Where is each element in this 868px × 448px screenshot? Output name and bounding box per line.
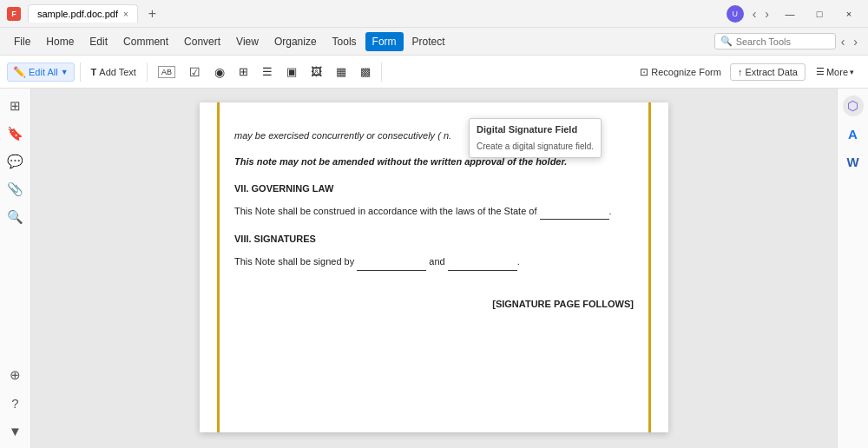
sidebar-right: ⬡ A W (837, 89, 868, 448)
extract-data-button[interactable]: ↑ Extract Data (730, 63, 806, 81)
tooltip-title: Digital Signature Field (477, 122, 594, 138)
extract-label: Extract Data (745, 67, 798, 77)
avatar: U (727, 5, 744, 23)
menu-file[interactable]: File (7, 32, 37, 51)
edit-all-label: Edit All (29, 67, 58, 77)
button-field-button[interactable]: ▣ (281, 63, 302, 81)
sidebar-word-button[interactable]: W (843, 151, 864, 172)
menu-comment[interactable]: Comment (116, 32, 175, 51)
list-box-button[interactable]: ☰ (257, 63, 278, 81)
menu-tools[interactable]: Tools (326, 32, 364, 51)
titlebar-left: F sample.pdf.doc.pdf × + (7, 4, 160, 23)
intro-text: may be exercised concurrently or consecu… (234, 130, 441, 141)
main-area: ⊞ 🔖 💬 📎 🔍 ⊕ ? ▼ may be exercised concurr… (0, 89, 868, 448)
signature-icon: ▩ (360, 65, 371, 78)
state-blank (540, 204, 609, 221)
add-text-button[interactable]: T Add Text (86, 64, 141, 80)
section8-title: VIII. SIGNATURES (234, 232, 634, 247)
sidebar-ai-connect-button[interactable]: ⬡ (843, 96, 864, 116)
menu-convert[interactable]: Convert (177, 32, 227, 51)
date-icon: ▦ (336, 65, 346, 78)
combo-icon: ⊞ (239, 65, 248, 78)
sidebar-layers-button[interactable]: ⊕ (5, 365, 26, 385)
page-border-right (648, 102, 651, 432)
toolbar: ✏️ Edit All ▼ T Add Text AB ☑ ◉ ⊞ ☰ ▣ 🖼 … (0, 56, 868, 89)
close-button[interactable]: × (837, 5, 861, 23)
sidebar-bookmark-button[interactable]: 🔖 (5, 123, 26, 144)
sidebar-bottom-button[interactable]: ▼ (5, 420, 26, 441)
page-border-left (217, 102, 220, 432)
add-text-label: Add Text (99, 67, 136, 77)
recognize-form-button[interactable]: ⊡ Recognize Form (635, 63, 727, 81)
separator-3 (381, 63, 382, 82)
tab-title: sample.pdf.doc.pdf (37, 9, 118, 19)
recognize-icon: ⊡ (640, 66, 648, 78)
list-icon: ☰ (262, 65, 273, 78)
separator-1 (80, 63, 81, 82)
maximize-button[interactable]: □ (807, 5, 832, 23)
sidebar-search-button[interactable]: 🔍 (5, 207, 26, 227)
sidebar-ai-button[interactable]: A (843, 123, 864, 144)
section8-text: This Note shall be signed by and . (234, 254, 634, 271)
edit-icon: ✏️ (13, 66, 26, 78)
signature-follows: [SIGNATURE PAGE FOLLOWS] (234, 297, 634, 313)
menu-back[interactable]: ‹ (838, 33, 849, 50)
forward-arrow[interactable]: › (761, 5, 773, 23)
menu-view[interactable]: View (229, 32, 266, 51)
more-icon: ☰ (816, 66, 825, 77)
text-field-icon: AB (158, 66, 175, 78)
menu-edit[interactable]: Edit (82, 32, 115, 51)
search-input[interactable] (736, 36, 830, 47)
sig-blank-2 (448, 254, 517, 271)
section7-text: This Note shall be construed in accordan… (234, 204, 634, 221)
tab-close-button[interactable]: × (123, 10, 128, 19)
combo-box-button[interactable]: ⊞ (233, 63, 253, 81)
titlebar-right: U ‹ › — □ × (727, 5, 861, 23)
date-field-button[interactable]: ▦ (331, 63, 352, 81)
tooltip-description: Create a digital signature field. (477, 140, 594, 154)
extract-icon: ↑ (738, 67, 743, 77)
menu-protect[interactable]: Protect (405, 32, 452, 51)
search-box[interactable]: 🔍 (714, 33, 836, 49)
edit-all-button[interactable]: ✏️ Edit All ▼ (7, 63, 75, 82)
sidebar-attachment-button[interactable]: 📎 (5, 179, 26, 200)
menu-forward[interactable]: › (850, 33, 861, 50)
document-content: may be exercised concurrently or consecu… (234, 128, 634, 312)
titlebar: F sample.pdf.doc.pdf × + U ‹ › — □ × (0, 0, 868, 28)
back-arrow[interactable]: ‹ (749, 5, 760, 23)
section7-title: VII. GOVERNING LAW (234, 181, 634, 197)
menu-home[interactable]: Home (39, 32, 81, 51)
checkbox-icon: ☑ (189, 65, 201, 79)
sidebar-help-button[interactable]: ? (5, 392, 26, 413)
text-icon: T (91, 67, 97, 77)
menu-organize[interactable]: Organize (267, 32, 324, 51)
more-chevron-icon: ▾ (850, 68, 854, 76)
image-field-button[interactable]: 🖼 (306, 63, 327, 81)
tooltip-box: Digital Signature Field Create a digital… (469, 118, 602, 158)
recognize-label: Recognize Form (651, 67, 721, 77)
sidebar-comment-button[interactable]: 💬 (5, 151, 26, 172)
more-label: More (826, 67, 848, 77)
menu-form[interactable]: Form (365, 32, 404, 51)
radio-icon: ◉ (214, 65, 225, 79)
document-page: may be exercised concurrently or consecu… (200, 102, 668, 432)
button-field-icon: ▣ (286, 65, 297, 78)
trailing-text: n. (444, 130, 451, 141)
toolbar-right: ⊡ Recognize Form ↑ Extract Data ☰ More ▾ (635, 63, 861, 81)
signature-field-button[interactable]: ▩ (355, 63, 376, 81)
app-tab[interactable]: sample.pdf.doc.pdf × (28, 4, 138, 23)
text-field-button[interactable]: AB (153, 63, 181, 81)
sig-blank-1 (357, 254, 426, 271)
new-tab-button[interactable]: + (145, 6, 160, 22)
image-icon: 🖼 (311, 65, 322, 78)
menubar: File Home Edit Comment Convert View Orga… (0, 28, 868, 56)
sidebar-left: ⊞ 🔖 💬 📎 🔍 ⊕ ? ▼ (0, 89, 31, 448)
radio-button[interactable]: ◉ (209, 63, 230, 82)
dropdown-icon: ▼ (61, 68, 69, 76)
minimize-button[interactable]: — (778, 5, 802, 23)
document-area[interactable]: may be exercised concurrently or consecu… (31, 89, 837, 448)
app-icon: F (7, 7, 21, 21)
more-button[interactable]: ☰ More ▾ (809, 63, 861, 80)
sidebar-pages-button[interactable]: ⊞ (5, 96, 26, 116)
checkbox-button[interactable]: ☑ (184, 63, 206, 82)
